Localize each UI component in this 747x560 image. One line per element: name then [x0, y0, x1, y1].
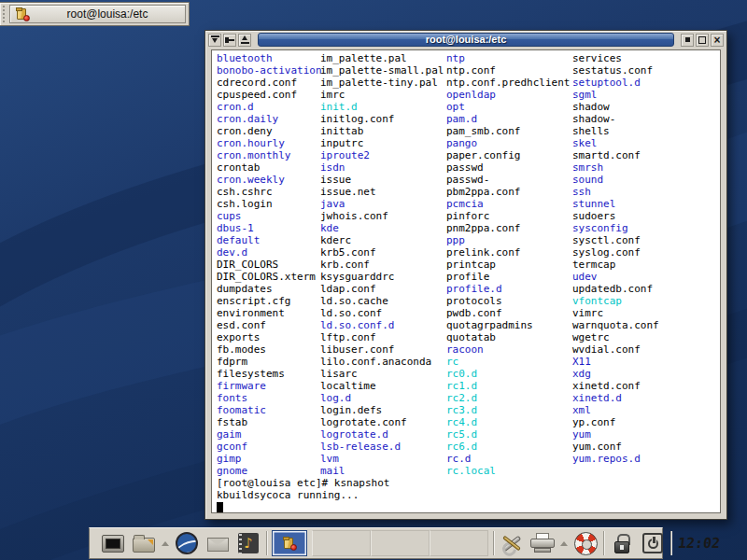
empty-task-slot[interactable]	[371, 530, 430, 556]
file-entry: dev.d	[217, 246, 320, 259]
file-entry: shadow-	[572, 113, 714, 125]
file-entry: iproute2	[320, 149, 446, 161]
file-entry: java	[320, 198, 446, 210]
file-entry: bluetooth	[217, 52, 320, 64]
file-entry: cron.monthly	[217, 149, 320, 161]
panel-separator	[493, 531, 494, 555]
close-button[interactable]: ×	[711, 34, 724, 47]
file-entry: im_palette.pal	[320, 52, 446, 64]
file-entry: pango	[446, 137, 572, 149]
file-entry: fdprm	[217, 356, 320, 368]
empty-task-slot[interactable]	[430, 530, 488, 556]
file-entry: xml	[572, 404, 714, 416]
file-entry: gnome	[217, 465, 320, 477]
maximize-button[interactable]	[696, 34, 709, 47]
file-entry: csh.login	[217, 198, 320, 210]
file-entry: profile	[446, 271, 572, 283]
file-entry: ntp.conf	[446, 64, 572, 77]
file-entry: cdrecord.conf	[217, 77, 320, 89]
taskbar-task-label: root@louisa:/etc	[35, 7, 179, 21]
file-entry: X11	[572, 356, 714, 368]
file-entry: crontab	[217, 161, 320, 174]
file-entry: DIR_COLORS.xterm	[217, 271, 320, 283]
file-entry: exports	[217, 331, 320, 343]
print-manager-button[interactable]	[529, 530, 556, 556]
titlebar[interactable]: root@louisa:/etc ×	[205, 31, 726, 49]
shade-icon[interactable]	[208, 34, 221, 47]
file-entry: inittab	[320, 125, 446, 137]
file-entry: mail	[320, 465, 446, 477]
file-entry: environment	[217, 307, 320, 319]
file-entry: fstab	[217, 416, 320, 428]
file-entry: csh.cshrc	[217, 186, 320, 198]
expander-arrow-icon[interactable]	[162, 541, 169, 546]
file-entry: xinetd.conf	[572, 380, 714, 392]
taskbar-task-button[interactable]: root@louisa:/etc	[9, 5, 186, 23]
tools-icon	[500, 532, 524, 554]
desktop: root@louisa:/etc root@louisa:/etc × blue…	[0, 0, 747, 560]
web-browser-button[interactable]	[174, 530, 200, 556]
expander-arrow-icon[interactable]	[560, 541, 568, 546]
file-entry: pwdb.conf	[446, 307, 572, 319]
utilities-button[interactable]	[499, 530, 525, 556]
file-entry: krb5.conf	[320, 246, 446, 259]
file-listing: bluetoothbonobo-activationcdrecord.confc…	[217, 52, 720, 477]
file-entry: libuser.conf	[320, 343, 446, 356]
file-entry: filesystems	[217, 368, 320, 380]
active-task-button[interactable]	[272, 530, 307, 556]
file-entry: rc.d	[446, 453, 572, 465]
maximize-icon	[698, 36, 706, 44]
file-entry: sysconfig	[572, 222, 714, 234]
file-entry: cron.weekly	[217, 174, 320, 186]
file-entry: rc	[446, 356, 572, 368]
multimedia-icon: ♪	[238, 533, 259, 553]
file-entry: yp.conf	[572, 416, 714, 428]
eject-icon[interactable]	[238, 34, 251, 47]
listing-column-1: bluetoothbonobo-activationcdrecord.confc…	[217, 52, 320, 477]
file-entry: opt	[446, 101, 572, 113]
file-entry: rc2.d	[446, 392, 572, 404]
file-entry: setuptool.d	[572, 77, 714, 89]
file-entry: gaim	[217, 428, 320, 441]
file-entry: lsb-release.d	[320, 441, 446, 453]
terminal-output[interactable]: bluetoothbonobo-activationcdrecord.confc…	[211, 49, 721, 513]
file-entry: cpuspeed.conf	[217, 89, 320, 101]
lifering-icon	[574, 532, 598, 555]
file-entry: updatedb.conf	[572, 283, 714, 295]
file-entry: dumpdates	[217, 283, 320, 295]
minimize-button[interactable]	[681, 34, 694, 47]
file-entry: sestatus.conf	[572, 64, 714, 77]
file-entry: lisarc	[320, 368, 446, 380]
file-entry: logrotate.conf	[320, 416, 446, 428]
file-entry: issue.net	[320, 186, 446, 198]
file-entry: kderc	[320, 234, 446, 246]
file-entry: firmware	[217, 380, 320, 392]
file-entry: cron.deny	[217, 125, 320, 137]
file-entry: protocols	[446, 295, 572, 307]
kicker-panel: ♪ 12:02	[89, 527, 663, 559]
file-entry: kde	[320, 222, 446, 234]
terminal-launcher-button[interactable]	[100, 530, 126, 556]
close-icon: ×	[713, 35, 720, 45]
empty-task-slot[interactable]	[312, 530, 371, 556]
file-entry: warnquota.conf	[572, 319, 714, 331]
panel-handle[interactable]	[2, 5, 7, 23]
multimedia-button[interactable]: ♪	[235, 530, 261, 556]
lock-screen-button[interactable]	[609, 530, 635, 556]
help-button[interactable]	[572, 530, 599, 556]
logout-button[interactable]	[640, 530, 666, 556]
mail-button[interactable]	[204, 530, 231, 556]
digital-clock[interactable]: 12:02	[675, 535, 723, 552]
file-entry: lvm	[320, 453, 446, 465]
file-entry: rc6.d	[446, 441, 572, 453]
file-entry: jwhois.conf	[320, 210, 446, 222]
pin-icon[interactable]	[223, 34, 236, 47]
file-entry: im_palette-tiny.pal	[320, 77, 446, 89]
file-entry: openldap	[446, 89, 572, 101]
home-folder-button[interactable]	[131, 530, 157, 556]
file-entry: gimp	[217, 453, 320, 465]
file-entry: stunnel	[572, 198, 714, 210]
file-entry: sysctl.conf	[572, 234, 714, 246]
file-entry: cups	[217, 210, 320, 222]
file-entry: DIR_COLORS	[217, 259, 320, 271]
